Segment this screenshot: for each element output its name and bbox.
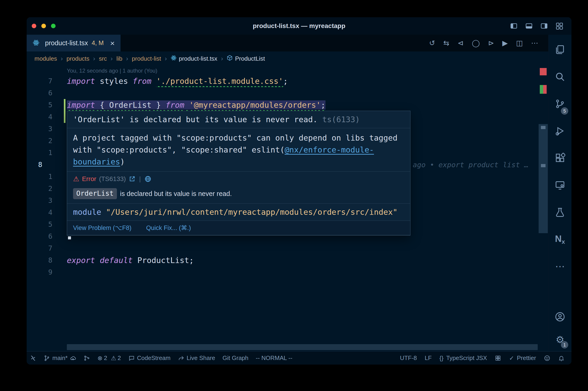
more-actions-icon[interactable]: ⋯ <box>531 39 538 47</box>
check-icon: ✓ <box>509 355 514 361</box>
tab-product-list[interactable]: product-list.tsx 4, M × <box>27 35 121 51</box>
source-control-graph-icon[interactable] <box>84 355 90 361</box>
tab-bar: product-list.tsx 4, M × ↺ ⇆ ⊲ ◯ ⊳ ▶ ◫ ⋯ <box>27 35 548 51</box>
code-lens-blame[interactable]: You, 12 seconds ago | 1 author (You) <box>27 66 548 75</box>
code-line[interactable]: 5 import { OrderList } from '@myreactapp… <box>27 99 548 111</box>
breadcrumb: modules › products › src › lib › product… <box>27 51 548 66</box>
view-problem-button[interactable]: View Problem (⌥F8) <box>73 223 131 232</box>
toggle-secondary-sidebar-icon[interactable] <box>540 22 548 30</box>
language-status-item[interactable]: {} TypeScript JSX <box>439 355 487 362</box>
notifications-bell-icon[interactable] <box>558 355 565 361</box>
live-share-status-item[interactable]: Live Share <box>178 355 215 362</box>
tab-close-icon[interactable]: × <box>110 39 115 47</box>
toggle-primary-sidebar-icon[interactable] <box>510 22 518 30</box>
hover-resize-handle[interactable] <box>68 236 71 239</box>
search-icon[interactable] <box>549 63 572 90</box>
codestream-status-item[interactable]: CodeStream <box>128 355 171 362</box>
quick-fix-button[interactable]: Quick Fix... (⌘.) <box>146 223 191 232</box>
customize-layout-icon[interactable] <box>555 22 563 30</box>
prettier-status-item[interactable]: ✓ Prettier <box>509 355 536 362</box>
run-debug-icon[interactable] <box>549 117 572 144</box>
settings-gear-icon[interactable]: ⚙ 1 <box>549 328 572 351</box>
branch-status-item[interactable]: main* <box>44 355 76 362</box>
horizontal-scrollbar-thumb[interactable] <box>67 344 538 350</box>
vscode-window: product-list.tsx — myreactapp <box>27 17 572 365</box>
hover-summary: 'OrderList' is declared but its value is… <box>67 111 410 128</box>
nx-console-icon[interactable]: Nx <box>549 226 572 253</box>
share-icon <box>178 355 184 361</box>
testing-icon[interactable] <box>549 199 572 226</box>
chevron-right-icon: › <box>110 55 113 62</box>
desktop-background: product-list.tsx — myreactapp <box>0 0 588 391</box>
split-editor-icon[interactable]: ◫ <box>516 39 523 47</box>
code-line[interactable]: 6 <box>27 87 548 99</box>
vertical-scrollbar-thumb[interactable] <box>539 124 548 233</box>
hover-severity-row: ⚠ Error (TS6133) | <box>73 175 404 183</box>
hover-module-row: module "/Users/juri/nrwl/content/myreact… <box>67 203 410 221</box>
additional-views-icon[interactable]: ⋯ <box>549 253 572 280</box>
source-control-icon[interactable]: 5 <box>549 90 572 117</box>
line-number: 3 <box>27 195 52 206</box>
git-branch-icon <box>44 355 50 361</box>
breadcrumb-symbol[interactable]: ProductList <box>235 55 265 62</box>
git-graph-status-item[interactable]: Git Graph <box>223 355 249 362</box>
breadcrumb-modules[interactable]: modules <box>34 55 57 62</box>
chevron-right-icon: › <box>93 55 95 62</box>
breadcrumb-product-list[interactable]: product-list <box>132 55 161 62</box>
code-line[interactable]: 7 <box>27 242 548 254</box>
remote-explorer-icon[interactable] <box>549 172 572 199</box>
breadcrumb-products[interactable]: products <box>67 55 89 62</box>
navigate-back-icon[interactable]: ⊲ <box>458 39 464 47</box>
navigate-current-icon[interactable]: ◯ <box>472 39 480 47</box>
error-icon: ⊗ <box>97 355 102 361</box>
problems-status-item[interactable]: ⊗ 2 ⚠ 2 <box>97 355 121 362</box>
encoding-status-item[interactable]: UTF-8 <box>400 355 417 362</box>
comment-icon <box>128 355 135 361</box>
breadcrumb-src[interactable]: src <box>99 55 107 62</box>
close-window-button[interactable] <box>32 24 36 28</box>
breadcrumb-file[interactable]: product-list.tsx <box>179 55 218 62</box>
line-number: 2 <box>27 183 52 195</box>
accounts-icon[interactable] <box>549 305 572 328</box>
zoom-window-button[interactable] <box>51 24 56 28</box>
symbol-cube-icon <box>227 55 233 63</box>
feedback-icon[interactable] <box>544 355 550 361</box>
chevron-right-icon: › <box>126 55 128 62</box>
eol-status-item[interactable]: LF <box>425 355 431 362</box>
change-ruler-mark <box>540 85 543 94</box>
extensions-icon[interactable] <box>549 144 572 172</box>
remote-indicator-icon[interactable] <box>30 355 36 361</box>
breadcrumb-lib[interactable]: lib <box>116 55 122 62</box>
git-compare-icon[interactable]: ⇆ <box>443 39 449 47</box>
vim-mode-indicator[interactable]: -- NORMAL -- <box>256 355 292 362</box>
code-line[interactable]: 7 import styles from './product-list.mod… <box>27 75 548 87</box>
symbol-chip: OrderList <box>73 188 117 199</box>
code-line[interactable]: 9 <box>27 266 548 278</box>
line-number: 7 <box>27 75 52 87</box>
ruler-mark <box>541 164 546 167</box>
line-number: 6 <box>27 230 52 242</box>
ruler-mark <box>541 126 546 129</box>
error-ruler-mark <box>540 68 547 75</box>
line-number: 4 <box>27 206 52 218</box>
globe-icon[interactable] <box>145 176 151 182</box>
line-number: 9 <box>27 266 52 278</box>
run-file-icon[interactable]: ▶ <box>502 39 508 47</box>
code-editor[interactable]: You, 12 seconds ago | 1 author (You) 7 i… <box>27 66 548 351</box>
chevron-right-icon: › <box>61 55 63 62</box>
explorer-icon[interactable] <box>549 36 572 63</box>
code-line[interactable]: 8 export default ProductList; <box>27 254 548 266</box>
editor-actions: ↺ ⇆ ⊲ ◯ ⊳ ▶ ◫ ⋯ <box>429 35 548 51</box>
chevron-right-icon: › <box>165 55 167 62</box>
error-ruler-mark <box>543 85 547 94</box>
navigate-forward-icon[interactable]: ⊳ <box>488 39 494 47</box>
local-history-icon[interactable]: ↺ <box>429 39 435 47</box>
line-number: 5 <box>27 99 52 111</box>
extension-grid-icon[interactable] <box>495 355 501 361</box>
minimize-window-button[interactable] <box>41 24 46 28</box>
code-text: import { OrderList } from '@myreactapp/m… <box>52 99 548 111</box>
toggle-panel-icon[interactable] <box>525 22 533 30</box>
warning-icon: ⚠ <box>111 355 116 361</box>
external-link-icon[interactable] <box>129 176 136 182</box>
titlebar-layout-controls <box>510 17 563 35</box>
